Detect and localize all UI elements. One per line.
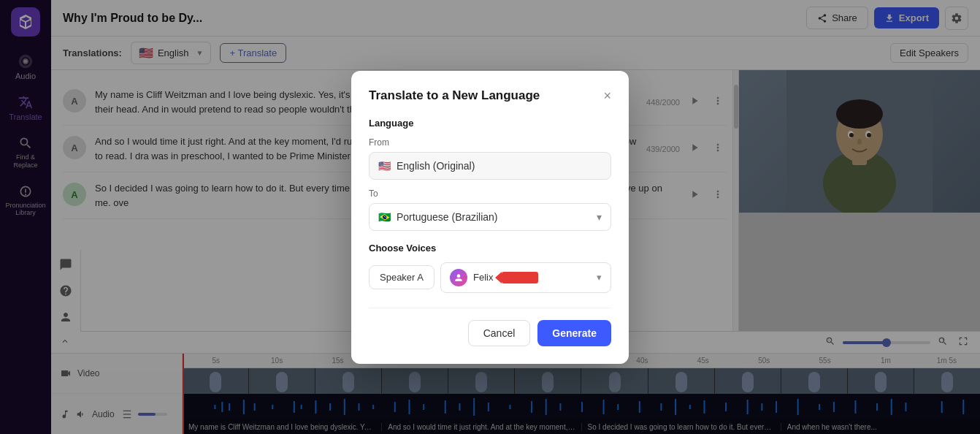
speaker-tag: Speaker A: [369, 265, 435, 289]
generate-label: Generate: [552, 327, 597, 339]
from-language-field: 🇺🇸 English (Original): [369, 152, 611, 180]
chevron-down-icon: ▾: [597, 211, 602, 223]
modal-footer: Cancel Generate: [369, 308, 611, 346]
from-language-value: English (Original): [397, 160, 475, 172]
choose-voices-section: Choose Voices Speaker A Felix ▾: [369, 243, 611, 293]
cancel-button[interactable]: Cancel: [468, 320, 531, 346]
choose-voices-label: Choose Voices: [369, 243, 611, 254]
generate-button[interactable]: Generate: [537, 320, 611, 346]
voice-select-dropdown[interactable]: Felix ▾: [440, 262, 611, 293]
modal-overlay: Translate to a New Language × Language F…: [0, 0, 980, 434]
to-language-value: Portuguese (Brazilian): [397, 211, 498, 223]
language-section-label: Language: [369, 118, 611, 129]
to-flag-icon: 🇧🇷: [378, 211, 391, 223]
language-section: Language From 🇺🇸 English (Original) To 🇧…: [369, 118, 611, 231]
to-language-dropdown[interactable]: 🇧🇷 Portuguese (Brazilian) ▾: [369, 203, 611, 231]
modal-header: Translate to a New Language ×: [369, 88, 611, 103]
arrow-head: [495, 272, 502, 283]
arrow-indicator: [502, 272, 538, 283]
voice-name: Felix: [473, 272, 493, 283]
from-label: From: [369, 137, 611, 148]
cancel-label: Cancel: [483, 327, 516, 339]
modal-close-button[interactable]: ×: [603, 89, 611, 102]
red-arrow-bar: [502, 272, 538, 283]
voice-avatar: [450, 269, 467, 286]
from-flag-icon: 🇺🇸: [378, 160, 391, 172]
modal-title: Translate to a New Language: [369, 88, 540, 103]
voice-chevron-icon: ▾: [597, 272, 602, 283]
to-label: To: [369, 189, 611, 199]
voice-row: Speaker A Felix ▾: [369, 262, 611, 293]
translate-modal: Translate to a New Language × Language F…: [351, 71, 629, 364]
